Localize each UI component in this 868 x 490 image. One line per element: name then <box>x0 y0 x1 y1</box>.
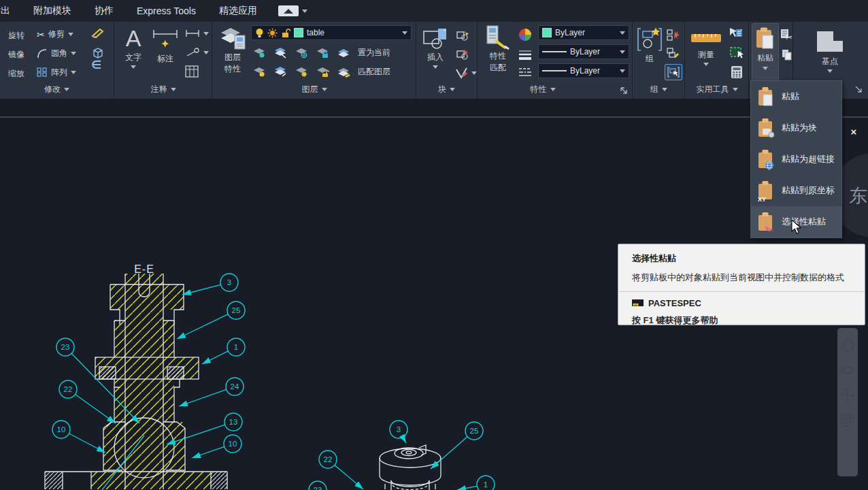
screenshot-dropdown-button[interactable] <box>278 5 307 16</box>
orbit-icon[interactable] <box>840 363 855 377</box>
array-button[interactable]: 阵列 <box>37 67 76 78</box>
callout-number: 3 <box>227 278 231 287</box>
cut-icon: ✂ <box>780 29 792 41</box>
panel-groups: 组 组 <box>633 22 685 99</box>
panel-label-groups[interactable]: 组 <box>633 84 684 95</box>
text-button[interactable]: A 文字 <box>119 24 148 69</box>
layer-off-icon[interactable] <box>252 46 266 59</box>
panel-modify: 旋转 ✂ 修剪 镜像 圆角 缩放 阵列 ∈ 修改 <box>0 22 114 99</box>
match-layer-icon[interactable] <box>337 65 350 78</box>
menu-collaborate[interactable]: 协作 <box>83 5 125 17</box>
block-pencil-icon <box>456 48 469 60</box>
insert-button[interactable]: 插入 <box>420 26 450 69</box>
menu-featured-apps[interactable]: 精选应用 <box>207 5 269 17</box>
compass-east-label[interactable]: 东 <box>849 186 867 206</box>
basepoint-button[interactable]: 基点 <box>813 27 847 73</box>
navigation-bar[interactable] <box>837 328 858 476</box>
layer-thaw-icon[interactable] <box>295 65 308 78</box>
table-button[interactable] <box>185 65 199 78</box>
match-properties-icon <box>484 24 512 50</box>
layer-unisolate-icon[interactable] <box>273 65 287 78</box>
paste-menu-item-paste[interactable]: 粘贴 <box>751 81 841 112</box>
group-edit-button[interactable] <box>666 47 680 59</box>
multileader-button[interactable] <box>185 48 209 57</box>
close-icon[interactable]: × <box>846 125 861 140</box>
object-color-value: ByLayer <box>555 28 585 37</box>
callout-leader-line <box>403 437 406 443</box>
paste-menu-item-paste-to-original-coords[interactable]: XY粘贴到原坐标 <box>751 175 841 206</box>
array-grid-icon <box>37 67 48 78</box>
panel-label-layers[interactable]: 图层 <box>213 84 416 95</box>
panel-label-block[interactable]: 块 <box>416 84 477 95</box>
callout-22: 22 <box>319 451 363 489</box>
panel-label-annotation[interactable]: 注释 <box>115 84 212 95</box>
paste-menu-item-paste-as-hyperlink[interactable]: 粘贴为超链接 <box>751 144 841 175</box>
layer-select-combo[interactable]: table <box>251 25 412 40</box>
quick-select-button[interactable] <box>728 27 743 39</box>
erase-button[interactable] <box>91 27 105 38</box>
block-edit-button[interactable] <box>456 29 469 41</box>
sun-icon <box>267 28 278 38</box>
callout-number: 3 <box>397 425 401 434</box>
panel-label-utilities[interactable]: 实用工具 <box>686 84 748 95</box>
properties-dialog-launcher-icon[interactable] <box>620 86 628 95</box>
set-current-layer-icon[interactable] <box>337 46 350 59</box>
copy-button[interactable] <box>782 49 792 61</box>
calculator-icon <box>731 65 743 79</box>
layer-properties-button[interactable]: 图层特性 <box>217 24 248 75</box>
match-properties-button[interactable]: 特性 匹配 <box>482 24 514 74</box>
layer-unlock-icon[interactable] <box>316 65 329 78</box>
showmotion-icon[interactable] <box>840 414 855 427</box>
tooltip-command: PASTESPEC <box>648 298 701 308</box>
linetype-icon[interactable] <box>518 67 533 79</box>
linetype-combo[interactable]: ByLayer <box>538 63 629 78</box>
layer-tools-row-1: 置为当前 <box>252 46 390 59</box>
object-color-combo[interactable]: ByLayer <box>538 25 629 40</box>
callout-number: 25 <box>470 427 479 435</box>
match-layer-label[interactable]: 匹配图层 <box>358 66 390 78</box>
measure-button[interactable]: 测量 <box>688 29 724 66</box>
scale-button[interactable]: 缩放 <box>8 68 24 80</box>
fillet-label: 圆角 <box>51 48 67 59</box>
panel-label-properties[interactable]: 特性 <box>478 84 607 95</box>
basepoint-dialog-launcher-icon[interactable] <box>854 85 863 93</box>
layer-isolate-icon[interactable] <box>273 46 287 59</box>
pan-hand-icon[interactable] <box>841 338 854 353</box>
color-wheel-icon[interactable] <box>518 27 533 42</box>
layer-on-icon[interactable] <box>252 65 266 78</box>
copy-3d-button[interactable] <box>91 46 105 59</box>
layer-freeze-icon[interactable] <box>295 46 308 59</box>
trim-button[interactable]: ✂ 修剪 <box>37 29 73 40</box>
quick-calc-button[interactable] <box>731 65 743 79</box>
block-attributes-button[interactable] <box>454 67 477 79</box>
fillet-button[interactable]: 圆角 <box>37 48 76 59</box>
callout-leader-line <box>179 389 227 406</box>
layer-lock-icon[interactable] <box>316 46 329 59</box>
rotate-button[interactable]: 旋转 <box>8 30 24 42</box>
group-button[interactable]: 组 <box>636 26 663 65</box>
paste-menu-item-paste-as-block[interactable]: 粘贴为块 <box>751 112 841 144</box>
panel-label-modify[interactable]: 修改 <box>0 84 114 95</box>
cut-button[interactable]: ✂ <box>780 29 792 41</box>
menu-output[interactable]: 输出 <box>0 5 22 17</box>
layer-combo-value: table <box>307 28 324 37</box>
ungroup-button[interactable] <box>666 29 680 41</box>
pan-arrows-icon[interactable] <box>840 388 855 403</box>
callout-3: 3 <box>182 274 238 295</box>
text-label: 文字 <box>125 52 141 63</box>
paste-special-tooltip: 选择性粘贴 将剪贴板中的对象粘贴到当前视图中并控制数据的格式 PASTESPEC… <box>618 244 865 325</box>
menu-express-tools[interactable]: Express Tools <box>125 5 207 16</box>
callout-24: 24 <box>179 378 244 406</box>
lineweight-icon[interactable] <box>518 49 533 61</box>
set-current-label[interactable]: 置为当前 <box>358 47 390 59</box>
group-selection-toggle[interactable] <box>665 64 682 80</box>
leader-tool-button[interactable] <box>185 29 209 38</box>
mirror-button[interactable]: 镜像 <box>8 49 24 61</box>
menu-addins[interactable]: 附加模块 <box>22 5 83 17</box>
text-tool-icon: A <box>126 24 141 52</box>
block-edit-inplace-button[interactable] <box>456 48 469 60</box>
callout-number: 10 <box>57 425 66 434</box>
select-all-button[interactable] <box>729 46 744 60</box>
dimension-button[interactable]: 标注 <box>150 27 180 65</box>
lineweight-combo[interactable]: ByLayer <box>538 44 629 59</box>
